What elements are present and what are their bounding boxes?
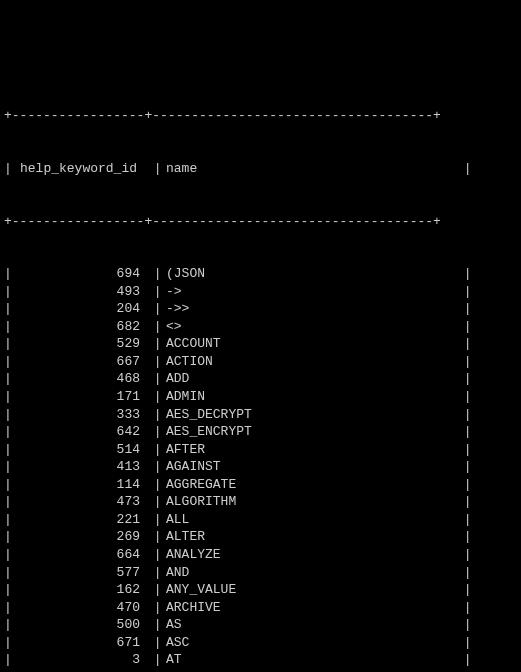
- separator: |: [456, 546, 468, 564]
- cell-id: 470: [16, 599, 146, 617]
- separator: |: [456, 283, 468, 301]
- separator: |: [4, 283, 16, 301]
- cell-id: 514: [16, 441, 146, 459]
- cell-id: 682: [16, 318, 146, 336]
- mysql-result-table: +-----------------+---------------------…: [4, 72, 517, 672]
- cell-name: AT: [166, 651, 456, 669]
- table-row: | 162 | ANY_VALUE |: [4, 581, 517, 599]
- separator: |: [146, 370, 166, 388]
- table-header: | help_keyword_id | name |: [4, 160, 517, 178]
- separator: |: [4, 318, 16, 336]
- separator: |: [456, 441, 468, 459]
- cell-name: ADMIN: [166, 388, 456, 406]
- separator: |: [456, 370, 468, 388]
- table-row: | 269 | ALTER |: [4, 528, 517, 546]
- separator: |: [146, 300, 166, 318]
- separator: |: [456, 160, 468, 178]
- separator: |: [146, 458, 166, 476]
- cell-id: 333: [16, 406, 146, 424]
- table-row: | 664 | ANALYZE |: [4, 546, 517, 564]
- cell-id: 468: [16, 370, 146, 388]
- cell-name: AGAINST: [166, 458, 456, 476]
- separator: |: [146, 423, 166, 441]
- separator: |: [4, 300, 16, 318]
- separator: |: [456, 458, 468, 476]
- cell-id: 664: [16, 546, 146, 564]
- separator: |: [146, 283, 166, 301]
- separator: |: [146, 616, 166, 634]
- separator: |: [4, 370, 16, 388]
- separator: |: [456, 335, 468, 353]
- separator: |: [456, 388, 468, 406]
- separator: |: [4, 353, 16, 371]
- separator: |: [4, 528, 16, 546]
- separator: |: [4, 493, 16, 511]
- separator: |: [4, 599, 16, 617]
- cell-name: ALGORITHM: [166, 493, 456, 511]
- cell-id: 3: [16, 651, 146, 669]
- table-row: | 642 | AES_ENCRYPT |: [4, 423, 517, 441]
- table-row: | 171 | ADMIN |: [4, 388, 517, 406]
- cell-id: 162: [16, 581, 146, 599]
- cell-id: 577: [16, 564, 146, 582]
- cell-name: ASC: [166, 634, 456, 652]
- separator: |: [4, 265, 16, 283]
- table-row: | 694 | (JSON |: [4, 265, 517, 283]
- table-row: | 473 | ALGORITHM |: [4, 493, 517, 511]
- cell-name: ALL: [166, 511, 456, 529]
- separator: |: [456, 564, 468, 582]
- table-row: | 413 | AGAINST |: [4, 458, 517, 476]
- separator: |: [146, 265, 166, 283]
- table-row: | 470 | ARCHIVE |: [4, 599, 517, 617]
- table-row: | 468 | ADD |: [4, 370, 517, 388]
- separator: |: [456, 616, 468, 634]
- cell-name: ANALYZE: [166, 546, 456, 564]
- separator: |: [4, 511, 16, 529]
- separator: |: [146, 493, 166, 511]
- separator: |: [146, 599, 166, 617]
- separator: |: [4, 406, 16, 424]
- cell-id: 204: [16, 300, 146, 318]
- cell-name: <>: [166, 318, 456, 336]
- separator: |: [4, 651, 16, 669]
- table-row: | 514 | AFTER |: [4, 441, 517, 459]
- cell-id: 667: [16, 353, 146, 371]
- cell-name: AES_DECRYPT: [166, 406, 456, 424]
- table-border-header: +-----------------+---------------------…: [4, 213, 517, 231]
- table-row: | 333 | AES_DECRYPT |: [4, 406, 517, 424]
- cell-id: 221: [16, 511, 146, 529]
- cell-name: ALTER: [166, 528, 456, 546]
- separator: |: [4, 581, 16, 599]
- table-row: | 204 | ->> |: [4, 300, 517, 318]
- separator: |: [146, 388, 166, 406]
- separator: |: [146, 335, 166, 353]
- separator: |: [456, 476, 468, 494]
- separator: |: [456, 528, 468, 546]
- separator: |: [146, 406, 166, 424]
- cell-name: ->>: [166, 300, 456, 318]
- table-border-top: +-----------------+---------------------…: [4, 107, 517, 125]
- separator: |: [4, 616, 16, 634]
- separator: |: [456, 300, 468, 318]
- cell-id: 500: [16, 616, 146, 634]
- column-header-id: help_keyword_id: [16, 160, 146, 178]
- separator: |: [456, 493, 468, 511]
- cell-id: 493: [16, 283, 146, 301]
- table-row: | 3 | AT |: [4, 651, 517, 669]
- separator: |: [456, 353, 468, 371]
- separator: |: [4, 476, 16, 494]
- cell-id: 671: [16, 634, 146, 652]
- separator: |: [456, 651, 468, 669]
- separator: |: [146, 546, 166, 564]
- separator: |: [456, 406, 468, 424]
- separator: |: [146, 511, 166, 529]
- table-row: | 577 | AND |: [4, 564, 517, 582]
- separator: |: [146, 318, 166, 336]
- cell-name: ARCHIVE: [166, 599, 456, 617]
- separator: |: [456, 581, 468, 599]
- cell-name: (JSON: [166, 265, 456, 283]
- cell-name: AFTER: [166, 441, 456, 459]
- cell-id: 171: [16, 388, 146, 406]
- separator: |: [4, 458, 16, 476]
- table-row: | 671 | ASC |: [4, 634, 517, 652]
